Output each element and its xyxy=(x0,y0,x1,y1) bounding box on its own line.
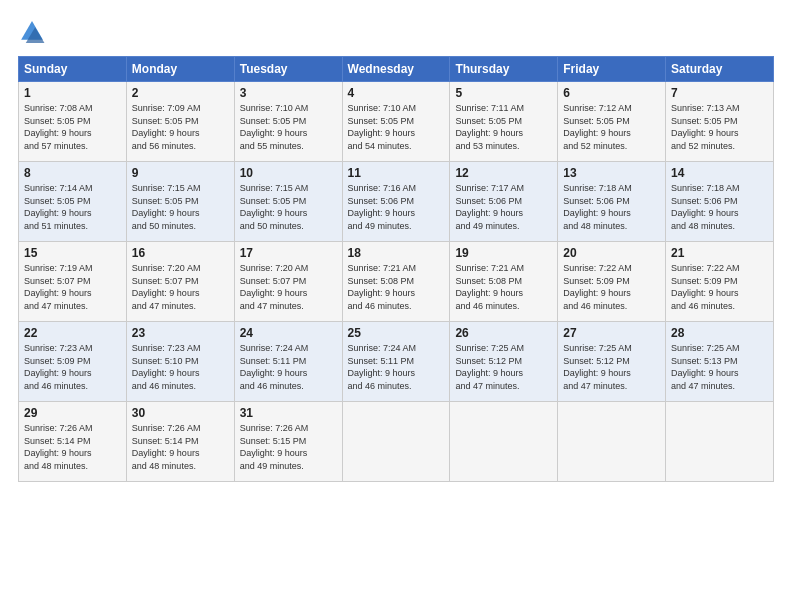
calendar-week-row: 22Sunrise: 7:23 AMSunset: 5:09 PMDayligh… xyxy=(19,322,774,402)
calendar-cell: 2Sunrise: 7:09 AMSunset: 5:05 PMDaylight… xyxy=(126,82,234,162)
day-number: 31 xyxy=(240,406,337,420)
calendar-cell: 24Sunrise: 7:24 AMSunset: 5:11 PMDayligh… xyxy=(234,322,342,402)
day-info: Sunrise: 7:20 AMSunset: 5:07 PMDaylight:… xyxy=(132,262,229,312)
day-info: Sunrise: 7:21 AMSunset: 5:08 PMDaylight:… xyxy=(455,262,552,312)
day-info: Sunrise: 7:26 AMSunset: 5:15 PMDaylight:… xyxy=(240,422,337,472)
day-number: 30 xyxy=(132,406,229,420)
calendar-cell: 8Sunrise: 7:14 AMSunset: 5:05 PMDaylight… xyxy=(19,162,127,242)
day-info: Sunrise: 7:20 AMSunset: 5:07 PMDaylight:… xyxy=(240,262,337,312)
day-info: Sunrise: 7:19 AMSunset: 5:07 PMDaylight:… xyxy=(24,262,121,312)
calendar-cell: 23Sunrise: 7:23 AMSunset: 5:10 PMDayligh… xyxy=(126,322,234,402)
day-info: Sunrise: 7:10 AMSunset: 5:05 PMDaylight:… xyxy=(240,102,337,152)
calendar-cell: 5Sunrise: 7:11 AMSunset: 5:05 PMDaylight… xyxy=(450,82,558,162)
day-number: 12 xyxy=(455,166,552,180)
weekday-header-tuesday: Tuesday xyxy=(234,57,342,82)
calendar-cell: 1Sunrise: 7:08 AMSunset: 5:05 PMDaylight… xyxy=(19,82,127,162)
day-number: 16 xyxy=(132,246,229,260)
calendar-week-row: 1Sunrise: 7:08 AMSunset: 5:05 PMDaylight… xyxy=(19,82,774,162)
calendar-cell: 20Sunrise: 7:22 AMSunset: 5:09 PMDayligh… xyxy=(558,242,666,322)
day-info: Sunrise: 7:25 AMSunset: 5:13 PMDaylight:… xyxy=(671,342,768,392)
day-info: Sunrise: 7:11 AMSunset: 5:05 PMDaylight:… xyxy=(455,102,552,152)
day-number: 6 xyxy=(563,86,660,100)
calendar-cell: 4Sunrise: 7:10 AMSunset: 5:05 PMDaylight… xyxy=(342,82,450,162)
day-info: Sunrise: 7:15 AMSunset: 5:05 PMDaylight:… xyxy=(240,182,337,232)
calendar-cell: 25Sunrise: 7:24 AMSunset: 5:11 PMDayligh… xyxy=(342,322,450,402)
calendar-cell xyxy=(666,402,774,482)
day-number: 20 xyxy=(563,246,660,260)
calendar-cell: 31Sunrise: 7:26 AMSunset: 5:15 PMDayligh… xyxy=(234,402,342,482)
day-info: Sunrise: 7:24 AMSunset: 5:11 PMDaylight:… xyxy=(240,342,337,392)
calendar-cell: 15Sunrise: 7:19 AMSunset: 5:07 PMDayligh… xyxy=(19,242,127,322)
calendar-week-row: 8Sunrise: 7:14 AMSunset: 5:05 PMDaylight… xyxy=(19,162,774,242)
day-info: Sunrise: 7:25 AMSunset: 5:12 PMDaylight:… xyxy=(563,342,660,392)
day-number: 10 xyxy=(240,166,337,180)
day-number: 5 xyxy=(455,86,552,100)
calendar-cell xyxy=(342,402,450,482)
day-info: Sunrise: 7:18 AMSunset: 5:06 PMDaylight:… xyxy=(563,182,660,232)
calendar-cell: 22Sunrise: 7:23 AMSunset: 5:09 PMDayligh… xyxy=(19,322,127,402)
day-info: Sunrise: 7:14 AMSunset: 5:05 PMDaylight:… xyxy=(24,182,121,232)
day-info: Sunrise: 7:26 AMSunset: 5:14 PMDaylight:… xyxy=(132,422,229,472)
day-number: 19 xyxy=(455,246,552,260)
calendar-cell: 14Sunrise: 7:18 AMSunset: 5:06 PMDayligh… xyxy=(666,162,774,242)
day-number: 4 xyxy=(348,86,445,100)
day-info: Sunrise: 7:17 AMSunset: 5:06 PMDaylight:… xyxy=(455,182,552,232)
calendar-cell: 13Sunrise: 7:18 AMSunset: 5:06 PMDayligh… xyxy=(558,162,666,242)
day-info: Sunrise: 7:15 AMSunset: 5:05 PMDaylight:… xyxy=(132,182,229,232)
calendar-cell: 19Sunrise: 7:21 AMSunset: 5:08 PMDayligh… xyxy=(450,242,558,322)
calendar-cell: 18Sunrise: 7:21 AMSunset: 5:08 PMDayligh… xyxy=(342,242,450,322)
logo xyxy=(18,18,50,46)
day-info: Sunrise: 7:26 AMSunset: 5:14 PMDaylight:… xyxy=(24,422,121,472)
day-number: 22 xyxy=(24,326,121,340)
weekday-header-sunday: Sunday xyxy=(19,57,127,82)
day-number: 11 xyxy=(348,166,445,180)
logo-icon xyxy=(18,18,46,46)
day-number: 27 xyxy=(563,326,660,340)
day-number: 8 xyxy=(24,166,121,180)
calendar-week-row: 29Sunrise: 7:26 AMSunset: 5:14 PMDayligh… xyxy=(19,402,774,482)
day-info: Sunrise: 7:10 AMSunset: 5:05 PMDaylight:… xyxy=(348,102,445,152)
calendar-cell: 27Sunrise: 7:25 AMSunset: 5:12 PMDayligh… xyxy=(558,322,666,402)
day-info: Sunrise: 7:24 AMSunset: 5:11 PMDaylight:… xyxy=(348,342,445,392)
day-number: 18 xyxy=(348,246,445,260)
day-number: 17 xyxy=(240,246,337,260)
day-info: Sunrise: 7:25 AMSunset: 5:12 PMDaylight:… xyxy=(455,342,552,392)
header xyxy=(18,18,774,46)
day-number: 24 xyxy=(240,326,337,340)
calendar-cell: 29Sunrise: 7:26 AMSunset: 5:14 PMDayligh… xyxy=(19,402,127,482)
day-info: Sunrise: 7:16 AMSunset: 5:06 PMDaylight:… xyxy=(348,182,445,232)
day-number: 1 xyxy=(24,86,121,100)
calendar-cell: 26Sunrise: 7:25 AMSunset: 5:12 PMDayligh… xyxy=(450,322,558,402)
day-number: 7 xyxy=(671,86,768,100)
calendar-cell: 16Sunrise: 7:20 AMSunset: 5:07 PMDayligh… xyxy=(126,242,234,322)
day-number: 13 xyxy=(563,166,660,180)
weekday-header-row: SundayMondayTuesdayWednesdayThursdayFrid… xyxy=(19,57,774,82)
day-info: Sunrise: 7:23 AMSunset: 5:09 PMDaylight:… xyxy=(24,342,121,392)
calendar-cell xyxy=(558,402,666,482)
day-info: Sunrise: 7:18 AMSunset: 5:06 PMDaylight:… xyxy=(671,182,768,232)
calendar-cell: 21Sunrise: 7:22 AMSunset: 5:09 PMDayligh… xyxy=(666,242,774,322)
weekday-header-saturday: Saturday xyxy=(666,57,774,82)
calendar-cell: 11Sunrise: 7:16 AMSunset: 5:06 PMDayligh… xyxy=(342,162,450,242)
day-number: 29 xyxy=(24,406,121,420)
day-info: Sunrise: 7:21 AMSunset: 5:08 PMDaylight:… xyxy=(348,262,445,312)
day-number: 14 xyxy=(671,166,768,180)
weekday-header-wednesday: Wednesday xyxy=(342,57,450,82)
weekday-header-friday: Friday xyxy=(558,57,666,82)
day-number: 23 xyxy=(132,326,229,340)
calendar-week-row: 15Sunrise: 7:19 AMSunset: 5:07 PMDayligh… xyxy=(19,242,774,322)
day-number: 26 xyxy=(455,326,552,340)
day-info: Sunrise: 7:09 AMSunset: 5:05 PMDaylight:… xyxy=(132,102,229,152)
calendar-page: SundayMondayTuesdayWednesdayThursdayFrid… xyxy=(0,0,792,612)
day-number: 25 xyxy=(348,326,445,340)
calendar-cell: 6Sunrise: 7:12 AMSunset: 5:05 PMDaylight… xyxy=(558,82,666,162)
calendar-cell: 30Sunrise: 7:26 AMSunset: 5:14 PMDayligh… xyxy=(126,402,234,482)
day-number: 28 xyxy=(671,326,768,340)
calendar-cell: 17Sunrise: 7:20 AMSunset: 5:07 PMDayligh… xyxy=(234,242,342,322)
calendar-cell: 10Sunrise: 7:15 AMSunset: 5:05 PMDayligh… xyxy=(234,162,342,242)
day-number: 9 xyxy=(132,166,229,180)
calendar-cell xyxy=(450,402,558,482)
calendar-cell: 3Sunrise: 7:10 AMSunset: 5:05 PMDaylight… xyxy=(234,82,342,162)
day-info: Sunrise: 7:22 AMSunset: 5:09 PMDaylight:… xyxy=(671,262,768,312)
day-number: 21 xyxy=(671,246,768,260)
